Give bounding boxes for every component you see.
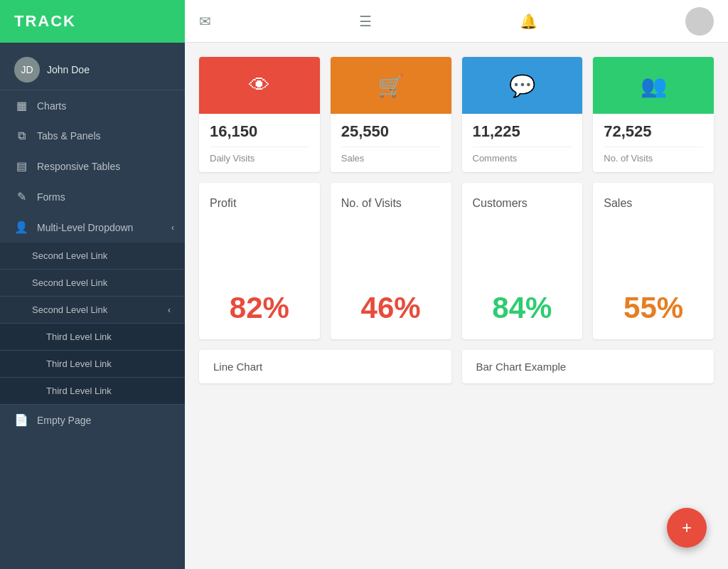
progress-title-customers: Customers	[473, 197, 528, 210]
second-level-label: Second Level Link	[32, 304, 107, 315]
group-icon: 👥	[641, 73, 667, 98]
sidebar-third-level-2[interactable]: Third Level Link	[0, 351, 185, 378]
stat-number-comments: 11,225	[473, 122, 572, 141]
sidebar-header: TRACK	[0, 0, 185, 43]
eye-icon: 👁	[249, 73, 270, 97]
sidebar-logo: TRACK	[14, 12, 76, 31]
progress-value-profit: 82%	[230, 291, 289, 325]
tabs-icon: ⧉	[14, 129, 28, 142]
cart-icon: 🛒	[378, 73, 404, 98]
sidebar-item-label: Empty Page	[37, 415, 91, 426]
stat-number-sales: 25,550	[341, 122, 441, 141]
stat-card-sales: 🛒 25,550 Sales	[331, 57, 451, 172]
sidebar-user-area: JD John Doe	[0, 43, 185, 90]
stat-card-icon-no-of-visits: 👥	[593, 57, 714, 114]
stat-card-icon-sales: 🛒	[331, 57, 451, 114]
sidebar-username: John Doe	[47, 64, 90, 75]
chart-cards-row: Line Chart Bar Chart Example	[199, 350, 714, 383]
content-area: 👁 16,150 Daily Visits 🛒 25,550 Sales	[185, 43, 728, 569]
fab-button[interactable]: +	[667, 508, 707, 548]
sidebar-second-level-3[interactable]: Second Level Link ‹	[0, 297, 185, 324]
stat-card-icon-comments: 💬	[462, 57, 583, 114]
progress-title-no-of-visits: No. of Visits	[341, 197, 402, 210]
progress-card-sales: Sales 55%	[593, 183, 714, 339]
topbar: ✉ ☰ 🔔	[185, 0, 728, 43]
sidebar-item-label: Multi-Level Dropdown	[37, 222, 133, 233]
mail-icon[interactable]: ✉	[199, 13, 211, 30]
fab-icon: +	[682, 518, 692, 538]
charts-icon: ▦	[14, 99, 28, 112]
sidebar-second-level-1[interactable]: Second Level Link	[0, 243, 185, 270]
third-level-label: Third Level Link	[46, 358, 112, 369]
multi-level-icon: 👤	[14, 220, 28, 234]
stat-card-comments: 💬 11,225 Comments	[462, 57, 583, 172]
stat-label-no-of-visits: No. of Visits	[604, 147, 703, 164]
stat-card-no-of-visits: 👥 72,525 No. of Visits	[593, 57, 714, 172]
sidebar-item-label: Charts	[37, 100, 66, 112]
sidebar-item-multi-level[interactable]: 👤 Multi-Level Dropdown ‹	[0, 212, 185, 243]
stat-label-daily-visits: Daily Visits	[210, 147, 309, 164]
avatar: JD	[14, 57, 40, 83]
sidebar: TRACK JD John Doe ▦ Charts ⧉ Tabs & Pane…	[0, 0, 185, 569]
sidebar-item-label: Tabs & Panels	[37, 130, 101, 142]
third-level-label: Third Level Link	[46, 331, 112, 342]
bar-chart-title: Bar Chart Example	[476, 361, 700, 373]
sidebar-item-forms[interactable]: ✎ Forms	[0, 181, 185, 212]
stat-number-daily-visits: 16,150	[210, 122, 309, 141]
sidebar-second-level-2[interactable]: Second Level Link	[0, 270, 185, 297]
progress-title-profit: Profit	[210, 197, 236, 210]
forms-icon: ✎	[14, 190, 28, 203]
line-chart-title: Line Chart	[213, 361, 437, 373]
progress-card-no-of-visits: No. of Visits 46%	[331, 183, 451, 339]
table-icon: ▤	[14, 159, 28, 173]
sidebar-third-level-1[interactable]: Third Level Link	[0, 324, 185, 351]
sidebar-item-responsive-tables[interactable]: ▤ Responsive Tables	[0, 151, 185, 181]
sidebar-item-label: Responsive Tables	[37, 161, 120, 172]
sidebar-item-charts[interactable]: ▦ Charts	[0, 90, 185, 121]
empty-page-icon: 📄	[14, 413, 28, 427]
progress-card-profit: Profit 82%	[199, 183, 320, 339]
stat-label-comments: Comments	[473, 147, 572, 164]
stat-label-sales: Sales	[341, 147, 441, 164]
progress-card-customers: Customers 84%	[462, 183, 583, 339]
progress-value-sales: 55%	[623, 291, 683, 325]
second-level-label: Second Level Link	[32, 250, 107, 261]
topbar-user-avatar[interactable]	[685, 7, 714, 36]
stat-card-daily-visits: 👁 16,150 Daily Visits	[199, 57, 320, 172]
sidebar-item-label: Forms	[37, 191, 65, 203]
chevron-left-icon: ‹	[171, 223, 174, 233]
avatar-initials: JD	[21, 64, 33, 75]
sidebar-third-level-3[interactable]: Third Level Link	[0, 378, 185, 405]
sidebar-item-empty-page[interactable]: 📄 Empty Page	[0, 405, 185, 435]
stat-cards-row: 👁 16,150 Daily Visits 🛒 25,550 Sales	[199, 57, 714, 172]
third-level-label: Third Level Link	[46, 385, 112, 396]
bell-icon[interactable]: 🔔	[520, 13, 537, 30]
stat-number-no-of-visits: 72,525	[604, 122, 703, 141]
comment-icon: 💬	[509, 73, 535, 98]
progress-title-sales: Sales	[604, 197, 632, 210]
sidebar-item-tabs-panels[interactable]: ⧉ Tabs & Panels	[0, 121, 185, 151]
progress-value-customers: 84%	[492, 291, 552, 325]
progress-value-no-of-visits: 46%	[361, 291, 421, 325]
chevron-left-icon: ‹	[168, 305, 171, 315]
bar-chart-card: Bar Chart Example	[462, 350, 714, 383]
stat-card-icon-daily-visits: 👁	[199, 57, 320, 114]
line-chart-card: Line Chart	[199, 350, 451, 383]
progress-cards-row: Profit 82% No. of Visits 46% Customers 8…	[199, 183, 714, 339]
menu-icon[interactable]: ☰	[359, 13, 372, 30]
main-content: ✉ ☰ 🔔 👁 16,150 Daily Visits �	[185, 0, 728, 569]
second-level-label: Second Level Link	[32, 277, 107, 288]
